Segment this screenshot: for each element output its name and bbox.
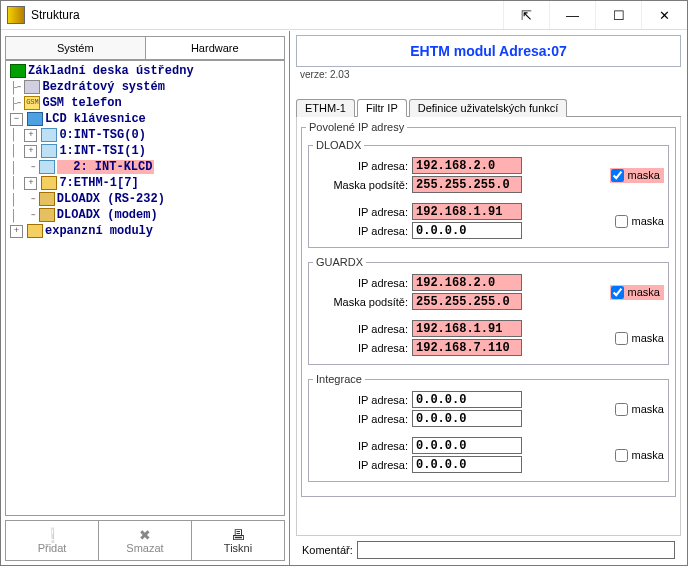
tab-filtr-ip[interactable]: Filtr IP: [357, 99, 407, 117]
add-button[interactable]: ❕Přidat: [5, 521, 99, 561]
print-button[interactable]: 🖶Tiskni: [192, 521, 285, 561]
maximize-button[interactable]: ☐: [595, 1, 641, 29]
guardx-ip2[interactable]: [412, 320, 522, 337]
x-icon: ✖: [139, 528, 151, 542]
dloadx-icon: [39, 208, 55, 222]
tree-node-dloadx-rs232[interactable]: │ ╴DLOADX (RS-232): [10, 191, 282, 207]
label-ip: IP adresa:: [313, 225, 412, 237]
integ-ip1[interactable]: [412, 391, 522, 408]
expand-icon[interactable]: +: [24, 145, 37, 158]
comment-row: Komentář:: [296, 536, 681, 565]
group-guardx-legend: GUARDX: [313, 256, 366, 268]
window-title: Struktura: [31, 8, 80, 22]
keypad-icon: [39, 160, 55, 174]
tree-node-expanders[interactable]: +expanzní moduly: [10, 223, 282, 239]
tree-node-ethm1[interactable]: │ + 7: ETHM-1 [7]: [10, 175, 282, 191]
label-mask: Maska podsítě:: [313, 296, 412, 308]
expand-icon[interactable]: +: [10, 225, 23, 238]
board-icon: [10, 64, 26, 78]
label-ip: IP adresa:: [313, 342, 412, 354]
dloadx-mask-check-2[interactable]: maska: [615, 215, 664, 228]
tree-node-lcd[interactable]: −LCD klávesnice: [10, 111, 282, 127]
left-toolbar: ❕Přidat ✖Smazat 🖶Tiskni: [5, 520, 285, 561]
tree-node-dloadx-modem[interactable]: │ ╴DLOADX (modem): [10, 207, 282, 223]
tab-ethm1[interactable]: ETHM-1: [296, 99, 355, 117]
restore-down-icon[interactable]: ⇱: [503, 1, 549, 29]
tab-system[interactable]: Systém: [6, 37, 146, 59]
comment-input[interactable]: [357, 541, 675, 559]
module-title: EHTM modul Adresa:07: [410, 43, 567, 59]
right-pane: EHTM modul Adresa:07 verze: 2.03 ETHM-1 …: [290, 31, 687, 565]
guardx-ip1[interactable]: [412, 274, 522, 291]
label-ip: IP adresa:: [313, 160, 412, 172]
app-window: Struktura ⇱ — ☐ ✕ Systém Hardware Základ…: [0, 0, 688, 566]
group-dloadx-legend: DLOADX: [313, 139, 364, 151]
label-ip: IP adresa:: [313, 206, 412, 218]
integ-mask-check-2[interactable]: maska: [615, 449, 664, 462]
keypad-icon: [41, 128, 57, 142]
dloadx-mask1[interactable]: [412, 176, 522, 193]
tree-node-int-tsg[interactable]: │ + 0: INT-TSG (0): [10, 127, 282, 143]
tab-user-functions[interactable]: Definice uživatelských funkcí: [409, 99, 568, 117]
label-ip: IP adresa:: [313, 440, 412, 452]
group-dloadx: DLOADX IP adresa: Maska podsítě: maska I…: [308, 139, 669, 248]
dloadx-ip3[interactable]: [412, 222, 522, 239]
version-label: verze: 2.03: [300, 69, 681, 80]
titlebar: Struktura ⇱ — ☐ ✕: [1, 1, 687, 30]
delete-button[interactable]: ✖Smazat: [99, 521, 192, 561]
close-button[interactable]: ✕: [641, 1, 687, 29]
tree-node-int-klcd[interactable]: │ ╴ 2: INT-KLCD: [10, 159, 282, 175]
integ-mask-check-1[interactable]: maska: [615, 403, 664, 416]
expander-icon: [27, 224, 43, 238]
dloadx-ip1[interactable]: [412, 157, 522, 174]
dloadx-ip2[interactable]: [412, 203, 522, 220]
tree-node-gsm[interactable]: ├╴GSMGSM telefon: [10, 95, 282, 111]
guardx-mask-check-1[interactable]: maska: [610, 285, 664, 300]
keypad-icon: [41, 144, 57, 158]
label-ip: IP adresa:: [313, 459, 412, 471]
left-pane: Systém Hardware Základní deska ústředny …: [1, 31, 290, 565]
warning-icon: ❕: [44, 528, 61, 542]
group-guardx: GUARDX IP adresa: Maska podsítě: maska I…: [308, 256, 669, 365]
tree-node-mainboard[interactable]: Základní deska ústředny: [10, 63, 282, 79]
label-mask: Maska podsítě:: [313, 179, 412, 191]
group-allowed-ip-legend: Povolené IP adresy: [306, 121, 407, 133]
integ-ip2[interactable]: [412, 410, 522, 427]
module-header: EHTM modul Adresa:07: [296, 35, 681, 67]
integ-ip3[interactable]: [412, 437, 522, 454]
printer-icon: 🖶: [231, 528, 245, 542]
tree-node-wireless[interactable]: ├╴Bezdrátový systém: [10, 79, 282, 95]
gsm-icon: GSM: [24, 96, 40, 110]
guardx-ip3[interactable]: [412, 339, 522, 356]
wireless-icon: [24, 80, 40, 94]
group-allowed-ip: Povolené IP adresy DLOADX IP adresa: Mas…: [301, 121, 676, 497]
left-tabbar: Systém Hardware: [5, 36, 285, 60]
client-area: Systém Hardware Základní deska ústředny …: [1, 30, 687, 565]
expand-icon[interactable]: +: [24, 129, 37, 142]
lcd-icon: [27, 112, 43, 126]
label-ip: IP adresa:: [313, 413, 412, 425]
device-tree[interactable]: Základní deska ústředny ├╴Bezdrátový sys…: [5, 60, 285, 516]
tab-hardware[interactable]: Hardware: [146, 37, 285, 59]
tree-node-int-tsi[interactable]: │ + 1: INT-TSI (1): [10, 143, 282, 159]
integ-ip4[interactable]: [412, 456, 522, 473]
dloadx-icon: [39, 192, 55, 206]
right-tabbar: ETHM-1 Filtr IP Definice uživatelských f…: [296, 98, 681, 117]
expand-icon[interactable]: +: [24, 177, 37, 190]
label-ip: IP adresa:: [313, 277, 412, 289]
group-integrace-legend: Integrace: [313, 373, 365, 385]
collapse-icon[interactable]: −: [10, 113, 23, 126]
ethernet-icon: [41, 176, 57, 190]
guardx-mask-check-2[interactable]: maska: [615, 332, 664, 345]
guardx-mask1[interactable]: [412, 293, 522, 310]
app-icon: [7, 6, 25, 24]
minimize-button[interactable]: —: [549, 1, 595, 29]
group-integrace: Integrace IP adresa: IP adresa: maska IP: [308, 373, 669, 482]
label-ip: IP adresa:: [313, 394, 412, 406]
comment-label: Komentář:: [302, 544, 357, 556]
dloadx-mask-check-1[interactable]: maska: [610, 168, 664, 183]
label-ip: IP adresa:: [313, 323, 412, 335]
filter-ip-pane: Povolené IP adresy DLOADX IP adresa: Mas…: [296, 117, 681, 536]
